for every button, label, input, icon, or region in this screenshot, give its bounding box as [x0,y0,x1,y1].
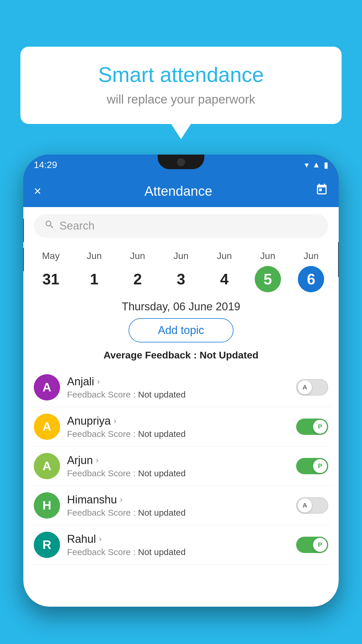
calendar-icon[interactable] [315,183,328,199]
chevron-icon: › [96,456,99,465]
student-item: AAnjali ›Feedback Score : Not updatedA [29,368,333,407]
chevron-icon: › [97,377,100,386]
phone-container: 14:29 ▾ ▲ ▮ × Attendance [23,155,339,644]
date-item[interactable]: May31 [33,251,68,292]
student-item: AArjun ›Feedback Score : Not updatedP [29,447,333,486]
phone-camera [177,158,185,166]
toggle-switch[interactable]: A [296,497,328,514]
student-name[interactable]: Rahul › [67,533,289,545]
phone-body: 14:29 ▾ ▲ ▮ × Attendance [23,155,339,607]
date-number: 5 [255,266,281,292]
student-info: Anupriya ›Feedback Score : Not updated [67,415,289,439]
date-number: 3 [168,266,194,292]
date-scroller: May31Jun1Jun2Jun3Jun4Jun5Jun6 [23,245,339,292]
avatar: A [34,374,60,400]
date-item[interactable]: Jun2 [120,251,155,292]
search-bar[interactable]: Search [34,214,328,238]
add-topic-button[interactable]: Add topic [129,318,233,342]
feedback-score: Feedback Score : Not updated [67,390,289,400]
date-month: Jun [130,251,145,261]
screen-content: Search May31Jun1Jun2Jun3Jun4Jun5Jun6 Thu… [23,207,339,607]
date-month: Jun [217,251,232,261]
avatar: H [34,492,60,519]
toggle-knob: A [298,498,312,512]
toggle-knob: A [298,380,312,394]
toggle-knob: P [313,420,327,434]
avatar: A [34,414,60,440]
date-month: May [42,251,59,261]
date-number: 4 [211,266,238,292]
date-month: Jun [173,251,189,261]
bubble-title: Smart attendance [38,63,324,87]
attendance-toggle[interactable]: P [296,537,328,553]
avatar: A [34,453,60,479]
chevron-icon: › [99,534,101,544]
feedback-score: Feedback Score : Not updated [67,468,289,478]
search-placeholder: Search [59,220,94,232]
speech-bubble-container: Smart attendance will replace your paper… [20,47,342,124]
date-header: Thursday, 06 June 2019 [23,292,339,318]
toggle-knob: P [313,538,327,552]
student-name[interactable]: Anupriya › [67,415,289,427]
speech-bubble: Smart attendance will replace your paper… [20,47,342,124]
date-item[interactable]: Jun5 [250,251,285,292]
student-info: Himanshu ›Feedback Score : Not updated [67,494,289,518]
date-number: 2 [124,266,151,292]
signal-icon: ▲ [312,160,320,169]
avg-feedback-value: Not Updated [200,349,259,360]
attendance-toggle[interactable]: A [296,379,328,396]
avg-feedback: Average Feedback : Not Updated [23,349,339,368]
battery-icon: ▮ [324,160,328,170]
avg-feedback-label: Average Feedback : [103,349,197,360]
toggle-switch[interactable]: P [296,419,328,435]
student-info: Rahul ›Feedback Score : Not updated [67,533,289,557]
date-month: Jun [260,251,275,261]
feedback-score: Feedback Score : Not updated [67,508,289,518]
student-name[interactable]: Himanshu › [67,494,289,506]
attendance-toggle[interactable]: P [296,419,328,435]
date-number: 1 [81,266,107,292]
student-name[interactable]: Arjun › [67,454,289,467]
app-bar: × Attendance [23,175,339,207]
student-item: HHimanshu ›Feedback Score : Not updatedA [29,486,333,525]
student-name[interactable]: Anjali › [67,375,289,388]
phone-power-button [338,242,339,277]
student-info: Arjun ›Feedback Score : Not updated [67,454,289,478]
toggle-switch[interactable]: P [296,458,328,474]
phone-notch [158,155,204,169]
phone-volume-up-button [23,219,24,242]
date-month: Jun [87,251,102,261]
date-number: 6 [298,266,324,292]
close-icon[interactable]: × [34,184,41,198]
chevron-icon: › [120,495,122,504]
student-item: AAnupriya ›Feedback Score : Not updatedP [29,407,333,447]
toggle-switch[interactable]: P [296,537,328,553]
chevron-icon: › [114,416,116,426]
student-list: AAnjali ›Feedback Score : Not updatedAAA… [23,368,339,565]
attendance-toggle[interactable]: P [296,458,328,474]
status-icons: ▾ ▲ ▮ [305,160,328,170]
feedback-score: Feedback Score : Not updated [67,547,289,557]
toggle-switch[interactable]: A [296,379,328,396]
date-number: 31 [38,266,64,292]
wifi-icon: ▾ [305,160,309,170]
date-item[interactable]: Jun1 [77,251,112,292]
date-item[interactable]: Jun4 [207,251,242,292]
status-time: 14:29 [34,160,57,170]
date-item[interactable]: Jun3 [164,251,198,292]
student-info: Anjali ›Feedback Score : Not updated [67,375,289,400]
date-item[interactable]: Jun6 [294,251,328,292]
search-icon [44,219,55,232]
bubble-subtitle: will replace your paperwork [38,92,324,106]
app-bar-title: Attendance [50,183,307,199]
student-item: RRahul ›Feedback Score : Not updatedP [29,525,333,565]
attendance-toggle[interactable]: A [296,497,328,514]
phone-volume-down-button [23,248,24,271]
avatar: R [34,532,60,558]
date-month: Jun [304,251,319,261]
feedback-score: Feedback Score : Not updated [67,429,289,439]
toggle-knob: P [313,459,327,473]
